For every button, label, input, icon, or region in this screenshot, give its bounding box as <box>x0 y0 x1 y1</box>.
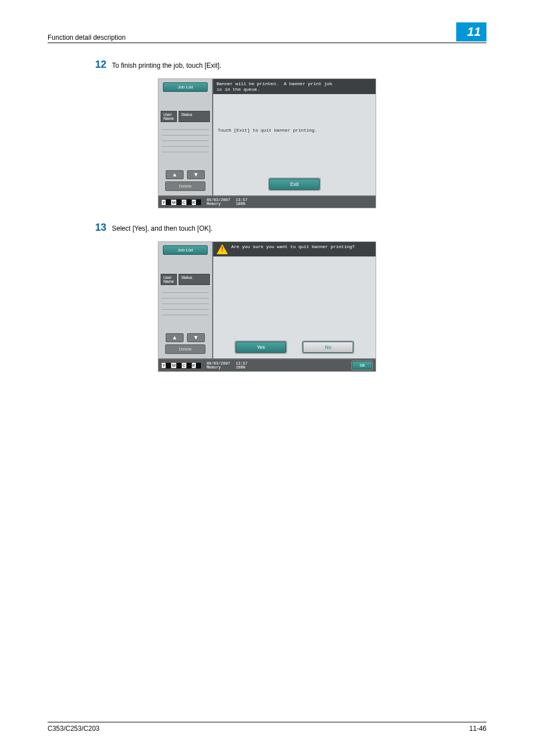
step-number-13: 13 <box>90 222 106 234</box>
chapter-badge: 11 <box>456 22 486 41</box>
status-mem-pct: 100% <box>236 366 247 370</box>
delete-button[interactable]: Delete <box>165 344 205 354</box>
message-text: Are you sure you want to quit banner pri… <box>231 244 355 250</box>
printer-panel-2: Job List User Name Status ▲ ▼ Delete ! <box>158 241 376 372</box>
ok-button[interactable]: OK <box>352 361 372 370</box>
arrow-down-button[interactable]: ▼ <box>187 170 205 179</box>
step-text-12: To finish printing the job, touch [Exit]… <box>112 59 221 71</box>
yes-button[interactable]: Yes <box>236 342 286 353</box>
step-number-12: 12 <box>90 59 106 71</box>
message-bar: ! Are you sure you want to quit banner p… <box>213 242 376 256</box>
status-memory: Memory <box>207 366 230 370</box>
exit-button[interactable]: Exit <box>269 179 320 190</box>
user-name-header: User Name <box>161 111 177 122</box>
section-title: Function detail description <box>48 34 125 41</box>
user-name-header: User Name <box>161 274 177 285</box>
center-message: Touch [Exit] to quit banner printing. <box>218 128 317 133</box>
status-memory: Memory <box>207 202 230 206</box>
status-header: Status <box>179 111 210 122</box>
arrow-down-button[interactable]: ▼ <box>187 333 205 342</box>
job-list-rows <box>161 285 210 332</box>
message-text: Banner will be printed. A banner print j… <box>217 81 332 92</box>
job-list-button[interactable]: Job List <box>163 82 208 92</box>
step-text-13: Select [Yes], and then touch [OK]. <box>112 222 213 234</box>
warning-icon: ! <box>217 244 228 254</box>
toner-levels: Y M C K <box>162 199 201 205</box>
job-list-button[interactable]: Job List <box>163 245 208 255</box>
toner-levels: Y M C K <box>162 363 201 368</box>
message-bar: Banner will be printed. A banner print j… <box>213 79 376 94</box>
no-button[interactable]: No <box>303 342 353 353</box>
arrow-up-button[interactable]: ▲ <box>166 170 184 179</box>
printer-panel-1: Job List User Name Status ▲ ▼ Delete Ban… <box>158 78 376 208</box>
status-header: Status <box>179 274 210 285</box>
status-mem-pct: 100% <box>236 202 247 206</box>
footer-model: C353/C253/C203 <box>48 725 100 732</box>
job-list-rows <box>161 122 210 169</box>
footer-page: 11-46 <box>469 725 486 732</box>
delete-button[interactable]: Delete <box>165 181 205 191</box>
arrow-up-button[interactable]: ▲ <box>166 333 184 342</box>
